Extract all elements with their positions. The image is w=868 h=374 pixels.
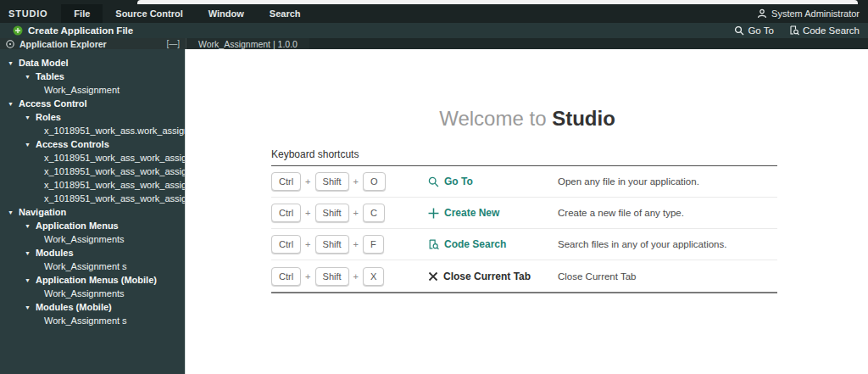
goto-button[interactable]: Go To [734,25,773,36]
user-name: System Administrator [771,8,860,19]
shortcut-action-code-search[interactable]: Code Search [428,238,558,250]
chevron-down-icon[interactable]: ▼ [25,138,31,151]
tree-leaf[interactable]: Work_Assignment s [0,260,185,273]
code-search-icon [789,25,799,36]
close-icon [428,271,438,282]
tree-item-label: x_1018951_work_ass.work_assignment_u [44,126,185,136]
chevron-down-icon[interactable]: ▼ [8,206,14,219]
chevron-down-icon[interactable]: ▼ [25,247,31,260]
key-separator: + [305,239,310,249]
keycap: Ctrl [271,235,301,254]
tree-section[interactable]: ▼Access Controls [0,137,185,151]
menu-window[interactable]: Window [196,4,257,23]
tree-section[interactable]: ▼Modules [0,246,185,260]
key-separator: + [353,208,359,218]
tree-section[interactable]: ▼Application Menus (Mobile) [0,273,185,287]
tree-item-label: Work_Assignment s [44,315,127,326]
keycap: O [363,172,386,191]
key-separator: + [305,208,310,218]
shortcut-action-label: Create New [444,207,499,219]
search-icon [734,25,744,36]
toolbar-right: Go To Code Search [734,25,868,36]
tree-section[interactable]: ▼Navigation [0,205,185,219]
tree-item-label: Work_Assignments [44,288,125,299]
shortcut-action-create-new[interactable]: Create New [428,207,558,219]
tree-leaf[interactable]: Work_Assignment s [0,314,185,327]
tree-section[interactable]: ▼Application Menus [0,219,185,232]
studio-window: STUDIO FileSource ControlWindowSearch Sy… [0,0,868,374]
keycap: X [363,267,384,286]
shortcut-description: Open any file in your application. [558,176,777,187]
collapse-explorer-button[interactable]: [—] [166,39,180,48]
plus-icon [428,208,439,219]
create-application-file-button[interactable]: Create Application File [0,25,133,36]
tree-item-label: x_1018951_work_ass_work_assignment (w [44,166,185,176]
application-explorer-title: Application Explorer [19,39,161,49]
code-search-label: Code Search [803,25,860,36]
menu-source-control[interactable]: Source Control [103,4,195,23]
search-icon [428,176,439,187]
keycap: Shift [315,267,349,286]
chevron-down-icon[interactable]: ▼ [25,111,31,124]
key-separator: + [353,176,359,187]
keycap: Ctrl [271,172,301,191]
key-separator: + [305,271,310,282]
keycap: Ctrl [271,267,301,286]
shortcut-action-close-current-tab: Close Current Tab [428,271,558,282]
tab-work-assignment[interactable]: Work_Assignment | 1.0.0 [186,38,309,49]
user-menu[interactable]: System Administrator [757,4,868,23]
tree-item-label: x_1018951_work_ass_work_assignment (r [44,153,185,163]
keyboard-shortcuts-table: Ctrl+Shift+OGo ToOpen any file in your a… [271,166,777,293]
keyboard-shortcuts-title: Keyboard shortcuts [271,148,777,166]
tree-section[interactable]: ▼Data Model [0,56,185,70]
tree-section[interactable]: ▼Modules (Mobile) [0,300,185,314]
keycap: F [363,235,384,254]
tree-item-label: Tables [36,71,64,81]
tree-item-label: Data Model [19,58,69,68]
tree-item-label: Application Menus [36,220,119,231]
tree-section[interactable]: ▼Roles [0,110,185,124]
menubar-left: STUDIO FileSource ControlWindowSearch [0,4,314,23]
create-application-file-label: Create Application File [28,25,133,36]
tree-leaf[interactable]: Work_Assignments [0,287,185,300]
tree-leaf[interactable]: x_1018951_work_ass_work_assignment (w [0,165,185,178]
tree-item-label: Access Control [19,98,87,109]
tree-leaf[interactable]: x_1018951_work_ass_work_assignment (d [0,192,185,205]
chevron-down-icon[interactable]: ▼ [25,301,31,314]
main-content: Welcome to Studio Keyboard shortcuts Ctr… [186,49,868,374]
tree-leaf[interactable]: Work_Assignments [0,232,185,246]
menu-search[interactable]: Search [257,4,314,23]
chevron-down-icon[interactable]: ▼ [8,57,14,70]
key-separator: + [353,239,359,249]
menu-file[interactable]: File [61,4,103,23]
tree-leaf[interactable]: x_1018951_work_ass_work_assignment (r [0,151,185,165]
welcome-heading: Welcome to Studio [186,107,868,131]
tree-leaf[interactable]: x_1018951_work_ass.work_assignment_u [0,124,185,137]
shortcut-action-label: Code Search [444,238,506,250]
tree-section[interactable]: ▼Access Control [0,97,185,110]
tree-item-label: Navigation [19,207,66,217]
tabstrip: Application Explorer [—] Work_Assignment… [0,38,868,49]
tree-section[interactable]: ▼Tables [0,70,185,83]
shortcut-description: Close Current Tab [558,271,777,282]
tree-item-label: Modules (Mobile) [36,302,112,312]
chevron-down-icon[interactable]: ▼ [8,98,14,110]
shortcut-keys: Ctrl+Shift+O [271,172,428,191]
shortcut-keys: Ctrl+Shift+X [271,267,428,286]
chevron-down-icon[interactable]: ▼ [25,220,31,232]
shortcut-description: Create a new file of any type. [558,208,777,218]
tree-leaf[interactable]: x_1018951_work_ass_work_assignment (c [0,178,185,192]
code-search-button[interactable]: Code Search [789,25,860,36]
tree-item-label: x_1018951_work_ass_work_assignment (c [44,180,185,190]
chevron-down-icon[interactable]: ▼ [25,70,31,83]
chevron-down-icon[interactable]: ▼ [25,274,31,287]
tree-item-label: Work_Assignment [44,85,120,95]
shortcut-action-label: Go To [444,176,473,187]
shortcut-action-go-to[interactable]: Go To [428,176,558,187]
tree-item-label: Roles [36,112,61,122]
tree-leaf[interactable]: Work_Assignment [0,83,185,97]
studio-brand: STUDIO [0,4,61,23]
key-separator: + [305,176,310,187]
user-icon [757,8,767,19]
tree-item-label: Modules [36,248,74,258]
